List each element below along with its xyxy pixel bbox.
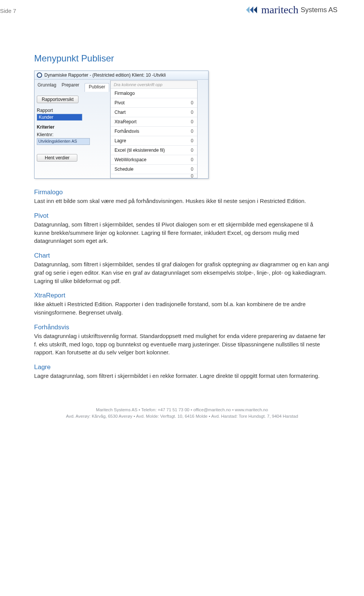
app-screenshot: Dynamiske Rapporter - (Restricted editio… (34, 71, 209, 179)
menu-firmalogo[interactable]: Firmalogo (111, 89, 197, 98)
window-titlebar: Dynamiske Rapporter - (Restricted editio… (35, 71, 208, 80)
publiser-menu: Dra kolonne overskrift opp Firmalogo Piv… (110, 80, 198, 178)
column-hint: Dra kolonne overskrift opp (111, 81, 197, 89)
menu-excel[interactable]: Excel (til eksisterende fil)0 (111, 146, 197, 155)
text-xtrareport: Ikke aktuelt i Restricted Edition. Rappo… (34, 300, 330, 317)
menu-pivot[interactable]: Pivot0 (111, 98, 197, 108)
logo-icon (246, 5, 259, 15)
tab-bar: Grunnlag Preparer Publiser (37, 81, 108, 95)
svg-marker-1 (250, 6, 253, 13)
tab-publiser[interactable]: Publiser (85, 83, 109, 92)
menu-spacer: 0 (111, 174, 197, 178)
rapport-select[interactable]: Kunder (37, 114, 82, 121)
brand-name: maritech (261, 4, 298, 16)
label-rapport: Rapport (37, 108, 108, 113)
label-klientnr: Klientnr: (37, 132, 108, 137)
heading-pivot: Pivot (34, 212, 330, 220)
hent-verdier-button[interactable]: Hent verdier (37, 154, 77, 162)
menu-chart[interactable]: Chart0 (111, 108, 197, 117)
label-kriterier: Kriterier (37, 124, 108, 130)
heading-lagre: Lagre (34, 363, 330, 371)
heading-chart: Chart (34, 252, 330, 259)
menu-webworkspace[interactable]: WebWorkspace0 (111, 155, 197, 165)
menu-xtrareport[interactable]: XtraReport0 (111, 117, 197, 127)
text-lagre: Lagre datagrunnlag, som filtrert i skjer… (34, 372, 330, 380)
heading-xtrareport: XtraReport (34, 292, 330, 299)
rapportoversikt-button[interactable]: Rapportoversikt (37, 96, 78, 103)
text-chart: Datagrunnlag, som filtrert i skjermbilde… (34, 260, 330, 285)
brand-header: maritech Systems AS (246, 4, 337, 16)
text-firmalogo: Last inn ett bilde som skal være med på … (34, 197, 330, 205)
svg-marker-2 (254, 6, 257, 13)
tab-grunnlag[interactable]: Grunnlag (38, 82, 56, 91)
menu-schedule[interactable]: Schedule0 (111, 165, 197, 174)
page-title: Menypunkt Publiser (34, 53, 330, 64)
heading-firmalogo: Firmalogo (34, 189, 330, 196)
page-number: Side 7 (0, 8, 16, 14)
page-footer: Maritech Systems AS • Telefon: +47 71 51… (34, 407, 330, 420)
text-forhandsvis: Vis datagrunnlag i utskriftsvennlig form… (34, 332, 330, 357)
heading-forhandsvis: Forhåndsvis (34, 324, 330, 331)
text-pivot: Datagrunnlag, som filtrert i skjermbilde… (34, 220, 330, 245)
app-icon (37, 72, 42, 78)
svg-marker-0 (246, 6, 249, 13)
window-title-text: Dynamiske Rapporter - (Restricted editio… (44, 72, 166, 78)
menu-forhandsvis[interactable]: Forhåndsvis0 (111, 127, 197, 136)
footer-line1: Maritech Systems AS • Telefon: +47 71 51… (34, 407, 330, 413)
footer-line2: Avd. Averøy: Kårvåg, 6530 Averøy • Avd. … (34, 413, 330, 420)
menu-lagre[interactable]: Lagre0 (111, 136, 197, 146)
klientnr-field[interactable]: Utviklingsklienten AS (37, 138, 90, 145)
brand-suffix: Systems AS (301, 6, 337, 14)
tab-preparer[interactable]: Preparer (61, 82, 79, 91)
